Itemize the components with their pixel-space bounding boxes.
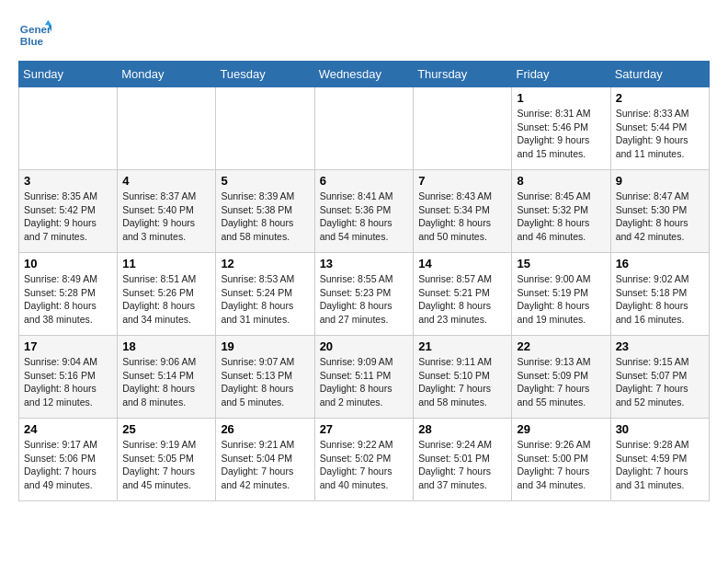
calendar-week-row: 24Sunrise: 9:17 AM Sunset: 5:06 PM Dayli… [19,419,710,501]
day-number: 6 [320,174,409,188]
calendar-day-cell: 1Sunrise: 8:31 AM Sunset: 5:46 PM Daylig… [512,87,610,170]
calendar-day-cell: 8Sunrise: 8:45 AM Sunset: 5:32 PM Daylig… [512,170,610,253]
svg-text:Blue: Blue [20,35,44,47]
day-of-week-header: Monday [118,62,216,87]
day-number: 25 [122,422,210,436]
calendar-day-cell: 15Sunrise: 9:00 AM Sunset: 5:19 PM Dayli… [512,253,610,336]
day-number: 29 [517,422,605,436]
day-info: Sunrise: 9:11 AM Sunset: 5:10 PM Dayligh… [418,355,506,409]
calendar-day-cell: 20Sunrise: 9:09 AM Sunset: 5:11 PM Dayli… [314,336,414,419]
calendar-day-cell [118,87,216,170]
day-info: Sunrise: 9:04 AM Sunset: 5:16 PM Dayligh… [24,355,112,409]
calendar-day-cell: 17Sunrise: 9:04 AM Sunset: 5:16 PM Dayli… [19,336,118,419]
calendar-day-cell [216,87,314,170]
day-number: 28 [418,422,506,436]
day-number: 4 [122,174,210,188]
calendar-week-row: 10Sunrise: 8:49 AM Sunset: 5:28 PM Dayli… [19,253,710,336]
calendar-day-cell: 25Sunrise: 9:19 AM Sunset: 5:05 PM Dayli… [118,419,216,501]
day-info: Sunrise: 9:28 AM Sunset: 4:59 PM Dayligh… [616,438,704,492]
day-number: 13 [320,257,409,270]
calendar-header-row: SundayMondayTuesdayWednesdayThursdayFrid… [19,62,710,87]
calendar-day-cell: 23Sunrise: 9:15 AM Sunset: 5:07 PM Dayli… [610,336,709,419]
day-number: 21 [418,339,506,353]
calendar-week-row: 17Sunrise: 9:04 AM Sunset: 5:16 PM Dayli… [19,336,710,419]
calendar-day-cell: 2Sunrise: 8:33 AM Sunset: 5:44 PM Daylig… [610,87,709,170]
day-info: Sunrise: 9:26 AM Sunset: 5:00 PM Dayligh… [517,438,605,492]
day-info: Sunrise: 9:09 AM Sunset: 5:11 PM Dayligh… [320,355,409,409]
calendar-day-cell: 30Sunrise: 9:28 AM Sunset: 4:59 PM Dayli… [610,419,709,501]
day-info: Sunrise: 8:55 AM Sunset: 5:23 PM Dayligh… [320,272,409,327]
calendar-day-cell: 14Sunrise: 8:57 AM Sunset: 5:21 PM Dayli… [414,253,512,336]
calendar-day-cell: 12Sunrise: 8:53 AM Sunset: 5:24 PM Dayli… [216,253,314,336]
page-header: General Blue [18,18,710,52]
day-of-week-header: Saturday [610,62,709,87]
day-number: 27 [320,422,409,436]
day-number: 9 [616,174,704,188]
day-info: Sunrise: 8:33 AM Sunset: 5:44 PM Dayligh… [616,107,704,161]
day-info: Sunrise: 9:00 AM Sunset: 5:19 PM Dayligh… [517,272,605,327]
day-info: Sunrise: 8:41 AM Sunset: 5:36 PM Dayligh… [320,190,409,244]
calendar-day-cell: 21Sunrise: 9:11 AM Sunset: 5:10 PM Dayli… [414,336,512,419]
calendar-week-row: 3Sunrise: 8:35 AM Sunset: 5:42 PM Daylig… [19,170,710,253]
calendar-day-cell: 5Sunrise: 8:39 AM Sunset: 5:38 PM Daylig… [216,170,314,253]
calendar-day-cell: 11Sunrise: 8:51 AM Sunset: 5:26 PM Dayli… [118,253,216,336]
day-of-week-header: Thursday [414,62,512,87]
calendar-day-cell: 16Sunrise: 9:02 AM Sunset: 5:18 PM Dayli… [610,253,709,336]
day-number: 2 [616,91,704,105]
calendar-day-cell: 6Sunrise: 8:41 AM Sunset: 5:36 PM Daylig… [314,170,414,253]
day-number: 22 [517,339,605,353]
day-info: Sunrise: 8:47 AM Sunset: 5:30 PM Dayligh… [616,190,704,244]
day-number: 18 [122,339,210,353]
day-of-week-header: Wednesday [314,62,414,87]
day-info: Sunrise: 8:49 AM Sunset: 5:28 PM Dayligh… [24,272,112,327]
calendar-day-cell: 10Sunrise: 8:49 AM Sunset: 5:28 PM Dayli… [19,253,118,336]
logo-icon: General Blue [18,18,51,52]
day-info: Sunrise: 9:07 AM Sunset: 5:13 PM Dayligh… [221,355,309,409]
calendar-day-cell [19,87,118,170]
day-number: 3 [24,174,112,188]
day-number: 12 [221,257,309,270]
day-info: Sunrise: 9:13 AM Sunset: 5:09 PM Dayligh… [517,355,605,409]
day-info: Sunrise: 8:53 AM Sunset: 5:24 PM Dayligh… [221,272,309,327]
calendar-week-row: 1Sunrise: 8:31 AM Sunset: 5:46 PM Daylig… [19,87,710,170]
calendar-day-cell [414,87,512,170]
day-number: 26 [221,422,309,436]
day-info: Sunrise: 9:06 AM Sunset: 5:14 PM Dayligh… [122,355,210,409]
day-info: Sunrise: 9:19 AM Sunset: 5:05 PM Dayligh… [122,438,210,492]
calendar-day-cell: 19Sunrise: 9:07 AM Sunset: 5:13 PM Dayli… [216,336,314,419]
day-info: Sunrise: 8:37 AM Sunset: 5:40 PM Dayligh… [122,190,210,244]
day-of-week-header: Sunday [19,62,118,87]
calendar-day-cell: 26Sunrise: 9:21 AM Sunset: 5:04 PM Dayli… [216,419,314,501]
day-info: Sunrise: 9:24 AM Sunset: 5:01 PM Dayligh… [418,438,506,492]
day-info: Sunrise: 9:02 AM Sunset: 5:18 PM Dayligh… [616,272,704,327]
day-info: Sunrise: 8:35 AM Sunset: 5:42 PM Dayligh… [24,190,112,244]
day-info: Sunrise: 9:22 AM Sunset: 5:02 PM Dayligh… [320,438,409,492]
day-number: 19 [221,339,309,353]
day-number: 10 [24,257,112,270]
day-info: Sunrise: 8:57 AM Sunset: 5:21 PM Dayligh… [418,272,506,327]
day-number: 23 [616,339,704,353]
day-number: 15 [517,257,605,270]
day-number: 20 [320,339,409,353]
day-number: 24 [24,422,112,436]
calendar-day-cell: 3Sunrise: 8:35 AM Sunset: 5:42 PM Daylig… [19,170,118,253]
day-of-week-header: Tuesday [216,62,314,87]
logo: General Blue [18,18,51,52]
calendar-day-cell: 13Sunrise: 8:55 AM Sunset: 5:23 PM Dayli… [314,253,414,336]
calendar-day-cell: 28Sunrise: 9:24 AM Sunset: 5:01 PM Dayli… [414,419,512,501]
day-number: 17 [24,339,112,353]
day-number: 8 [517,174,605,188]
calendar-day-cell: 7Sunrise: 8:43 AM Sunset: 5:34 PM Daylig… [414,170,512,253]
day-info: Sunrise: 8:39 AM Sunset: 5:38 PM Dayligh… [221,190,309,244]
day-number: 30 [616,422,704,436]
day-number: 5 [221,174,309,188]
day-number: 11 [122,257,210,270]
calendar-day-cell: 27Sunrise: 9:22 AM Sunset: 5:02 PM Dayli… [314,419,414,501]
day-number: 1 [517,91,605,105]
day-info: Sunrise: 8:31 AM Sunset: 5:46 PM Dayligh… [517,107,605,161]
calendar-day-cell: 24Sunrise: 9:17 AM Sunset: 5:06 PM Dayli… [19,419,118,501]
day-number: 16 [616,257,704,270]
calendar-day-cell: 22Sunrise: 9:13 AM Sunset: 5:09 PM Dayli… [512,336,610,419]
day-info: Sunrise: 9:21 AM Sunset: 5:04 PM Dayligh… [221,438,309,492]
calendar-day-cell: 4Sunrise: 8:37 AM Sunset: 5:40 PM Daylig… [118,170,216,253]
